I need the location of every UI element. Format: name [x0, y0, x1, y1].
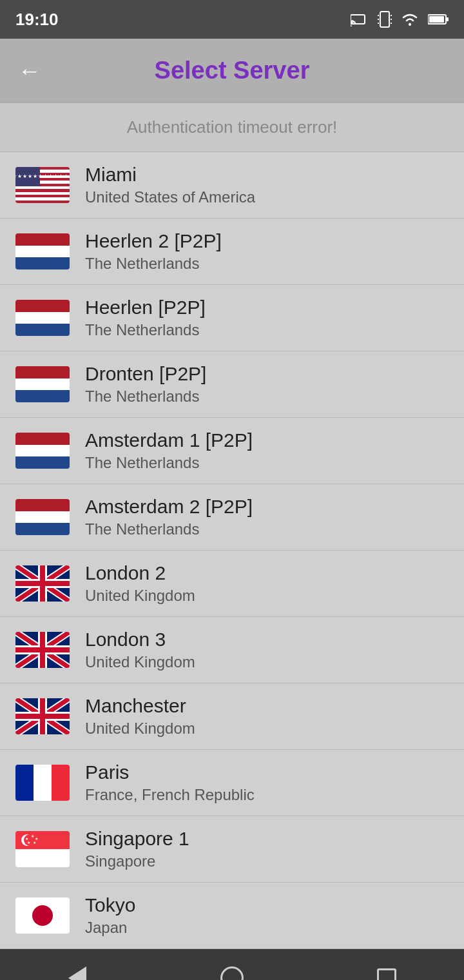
server-list-item[interactable]: Amsterdam 1 [P2P]The Netherlands: [0, 418, 464, 484]
server-country: United Kingdom: [85, 720, 195, 738]
server-info: MiamiUnited States of America: [85, 164, 255, 206]
server-country: The Netherlands: [85, 520, 253, 538]
svg-point-1: [351, 25, 352, 26]
flag-usa: ★★★★★★★★★★★★★★★★★★★★★★★★★★★★★★★★★★★★★★★★…: [15, 167, 70, 203]
flag-netherlands: [15, 300, 70, 336]
server-list-item[interactable]: Amsterdam 2 [P2P]The Netherlands: [0, 484, 464, 551]
svg-rect-11: [429, 16, 444, 23]
page-title: Select Server: [155, 57, 310, 84]
server-country: Singapore: [85, 852, 189, 870]
svg-rect-12: [446, 17, 449, 21]
server-country: The Netherlands: [85, 255, 222, 273]
bottom-navigation: [0, 949, 464, 980]
flag-netherlands: [15, 366, 70, 402]
server-name: Manchester: [85, 695, 195, 717]
server-country: United States of America: [85, 188, 255, 206]
server-info: Amsterdam 2 [P2P]The Netherlands: [85, 496, 253, 538]
server-info: Heerlen [P2P]The Netherlands: [85, 297, 206, 339]
server-list-item[interactable]: ★ ★ ★ ★ ★ Singapore 1Singapore: [0, 816, 464, 883]
flag-france: [15, 765, 70, 801]
server-info: TokyoJapan: [85, 894, 135, 937]
server-name: Heerlen [P2P]: [85, 297, 206, 318]
time-display: 19:10: [15, 10, 59, 30]
svg-text:★: ★: [27, 841, 30, 845]
svg-rect-2: [380, 12, 389, 27]
svg-text:★: ★: [33, 841, 36, 845]
flag-japan: [15, 897, 70, 934]
nav-home-button[interactable]: [213, 959, 251, 980]
flag-uk: [15, 632, 70, 668]
svg-rect-21: [15, 581, 70, 586]
svg-text:★: ★: [25, 837, 28, 841]
server-name: Amsterdam 2 [P2P]: [85, 496, 253, 518]
server-country: Japan: [85, 919, 135, 937]
server-country: United Kingdom: [85, 653, 195, 671]
server-name: London 3: [85, 629, 195, 651]
server-list-item[interactable]: Dronten [P2P]The Netherlands: [0, 351, 464, 418]
server-name: Dronten [P2P]: [85, 363, 206, 385]
server-name: Paris: [85, 761, 255, 783]
server-country: France, French Republic: [85, 786, 255, 804]
status-bar: 19:10: [0, 0, 464, 39]
server-name: Heerlen 2 [P2P]: [85, 230, 222, 252]
server-info: Heerlen 2 [P2P]The Netherlands: [85, 230, 222, 273]
server-name: Tokyo: [85, 894, 135, 916]
svg-rect-30: [15, 647, 70, 652]
server-info: ParisFrance, French Republic: [85, 761, 255, 804]
svg-point-9: [409, 23, 411, 26]
nav-back-button[interactable]: [58, 959, 97, 980]
svg-rect-39: [15, 714, 70, 719]
flag-netherlands: [15, 233, 70, 270]
server-info: Amsterdam 1 [P2P]The Netherlands: [85, 429, 253, 472]
server-info: Dronten [P2P]The Netherlands: [85, 363, 206, 406]
nav-recents-button[interactable]: [367, 959, 406, 980]
server-list-item[interactable]: Heerlen [P2P]The Netherlands: [0, 285, 464, 351]
server-info: Singapore 1Singapore: [85, 828, 189, 870]
vibrate-icon: [378, 10, 392, 28]
error-banner: Authentication timeout error!: [0, 103, 464, 152]
app-header: ← Select Server: [0, 39, 464, 103]
server-list-item[interactable]: ★★★★★★★★★★★★★★★★★★★★★★★★★★★★★★★★★★★★★★★★…: [0, 152, 464, 219]
flag-uk: [15, 565, 70, 602]
error-text: Authentication timeout error!: [127, 117, 338, 137]
cast-icon: [351, 12, 369, 26]
server-list-item[interactable]: Heerlen 2 [P2P]The Netherlands: [0, 219, 464, 285]
server-list-item[interactable]: ParisFrance, French Republic: [0, 750, 464, 816]
server-country: The Netherlands: [85, 387, 206, 406]
server-info: ManchesterUnited Kingdom: [85, 695, 195, 738]
server-country: The Netherlands: [85, 321, 206, 339]
flag-singapore: ★ ★ ★ ★ ★: [15, 831, 70, 867]
svg-text:★: ★: [31, 834, 34, 838]
server-list-item[interactable]: London 3United Kingdom: [0, 617, 464, 683]
flag-uk: [15, 698, 70, 734]
wifi-icon: [401, 12, 419, 26]
server-list: ★★★★★★★★★★★★★★★★★★★★★★★★★★★★★★★★★★★★★★★★…: [0, 152, 464, 949]
flag-netherlands: [15, 499, 70, 535]
server-list-item[interactable]: ManchesterUnited Kingdom: [0, 683, 464, 750]
server-list-item[interactable]: London 2United Kingdom: [0, 551, 464, 617]
server-name: London 2: [85, 562, 195, 584]
server-name: Miami: [85, 164, 255, 186]
status-icons: [351, 10, 449, 28]
server-info: London 2United Kingdom: [85, 562, 195, 605]
server-list-item[interactable]: TokyoJapan: [0, 883, 464, 949]
server-name: Singapore 1: [85, 828, 189, 850]
server-name: Amsterdam 1 [P2P]: [85, 429, 253, 451]
server-country: United Kingdom: [85, 587, 195, 605]
battery-icon: [428, 14, 449, 25]
flag-netherlands: [15, 433, 70, 469]
server-info: London 3United Kingdom: [85, 629, 195, 671]
back-button[interactable]: ←: [18, 57, 41, 84]
server-country: The Netherlands: [85, 454, 253, 472]
